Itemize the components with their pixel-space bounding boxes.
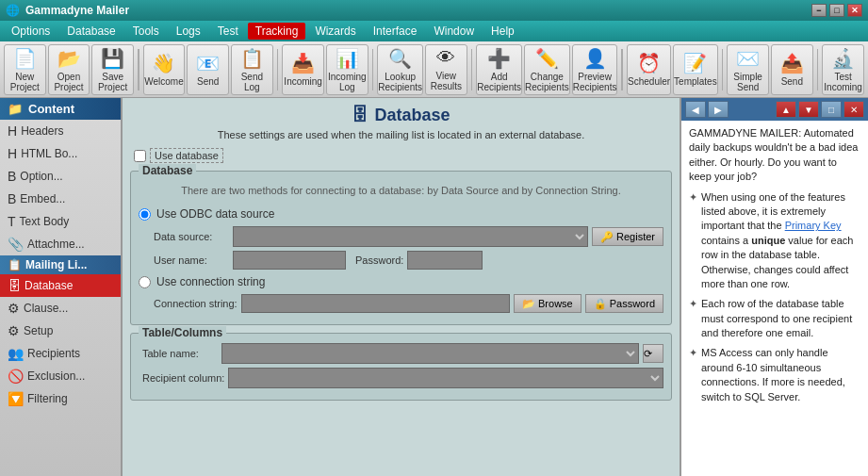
menu-logs[interactable]: Logs [169, 23, 208, 40]
nav-close-button[interactable]: ✕ [843, 101, 864, 118]
register-button[interactable]: 🔑 Register [592, 227, 663, 246]
table-name-label: Table name: [142, 348, 218, 359]
sidebar-content-header: 📁 Content [0, 98, 121, 120]
text-body-icon: T [8, 214, 16, 229]
incoming-icon: 📥 [291, 52, 315, 74]
password-label: Password: [355, 254, 403, 266]
toolbar-separator-4 [471, 49, 473, 90]
toolbar-separator-6 [722, 49, 724, 90]
sidebar-item-database[interactable]: 🗄 Database [0, 274, 121, 297]
database-panel: 🗄 Database These settings are used when … [123, 98, 680, 476]
recipient-col-select[interactable] [228, 368, 663, 388]
toolbar-view-results[interactable]: 👁 View Results [425, 44, 467, 95]
menu-interface[interactable]: Interface [366, 23, 425, 40]
embed-icon: B [8, 191, 16, 206]
password-btn[interactable]: 🔒 Password [585, 294, 663, 313]
menu-tools[interactable]: Tools [125, 23, 167, 40]
user-name-label: User name: [154, 254, 229, 266]
toolbar-scheduler-label: Scheduler [628, 76, 670, 87]
toolbar-templates[interactable]: 📝 Templates [673, 44, 718, 95]
toolbar-send2[interactable]: 📤 Send [771, 44, 813, 95]
toolbar-incoming-log[interactable]: 📊 Incoming Log [326, 44, 368, 95]
toolbar-save-project[interactable]: 💾 Save Project [91, 44, 134, 95]
nav-action-btns: ▲ ▼ □ ✕ [776, 101, 864, 118]
minimize-button[interactable]: − [811, 4, 827, 17]
database-title-icon: 🗄 [352, 106, 368, 125]
nav-up-button[interactable]: ▲ [776, 101, 796, 118]
use-database-checkbox[interactable] [134, 150, 146, 162]
menu-help[interactable]: Help [483, 23, 522, 40]
sidebar-item-text-body[interactable]: T Text Body [0, 210, 121, 233]
toolbar-test-incoming[interactable]: 🔬 Test Incoming [822, 44, 864, 95]
menu-tracking[interactable]: Tracking [248, 23, 306, 40]
maximize-button[interactable]: □ [829, 4, 844, 17]
sidebar-item-filtering[interactable]: 🔽 Filtering [0, 387, 121, 410]
toolbar-incoming[interactable]: 📥 Incoming [282, 44, 324, 95]
sidebar-item-html-body[interactable]: H HTML Bo... [0, 142, 121, 165]
toolbar-separator-3 [372, 49, 374, 90]
open-project-icon: 📂 [57, 47, 81, 70]
title-bar-controls: − □ ✕ [811, 4, 862, 17]
data-source-select[interactable] [233, 226, 588, 247]
sidebar-item-options[interactable]: B Option... [0, 165, 121, 188]
content-icon: 📁 [8, 102, 23, 116]
sidebar-item-setup[interactable]: ⚙ Setup [0, 320, 121, 342]
toolbar-scheduler[interactable]: ⏰ Scheduler [627, 44, 671, 95]
bullet-1: ✦ When using one of the features listed … [689, 190, 860, 292]
nav-down-button[interactable]: ▼ [798, 101, 819, 118]
toolbar-open-project-label: Open Project [49, 72, 90, 92]
toolbar-simple-send[interactable]: ✉️ Simple Send [727, 44, 769, 95]
toolbar-new-project[interactable]: 📄 New Project [4, 44, 46, 95]
odbc-radio[interactable] [139, 208, 151, 221]
toolbar-send-log[interactable]: 📋 Send Log [231, 44, 273, 95]
menu-options[interactable]: Options [4, 23, 57, 40]
nav-next-button[interactable]: ▶ [708, 101, 729, 118]
use-database-row: Use database [130, 148, 672, 163]
conn-string-input[interactable] [241, 294, 510, 313]
table-refresh-button[interactable]: ⟳ [643, 344, 663, 363]
database-title: 🗄 Database [130, 106, 672, 125]
menu-test[interactable]: Test [210, 23, 246, 40]
database-icon: 🗄 [8, 278, 21, 293]
menu-database[interactable]: Database [59, 23, 123, 40]
bullet-3: ✦ MS Access can only handle around 6-10 … [689, 346, 860, 404]
bullet-text-1: When using one of the features listed ab… [701, 190, 860, 292]
table-name-row: Table name: ⟳ [139, 343, 663, 364]
toolbar-add-recipients[interactable]: ➕ Add Recipients [476, 44, 522, 95]
browse-button[interactable]: 📂 Browse [514, 294, 581, 313]
user-name-input[interactable] [233, 251, 346, 270]
save-project-icon: 💾 [101, 47, 124, 70]
use-database-label[interactable]: Use database [150, 148, 223, 163]
sidebar-item-embed[interactable]: B Embed... [0, 188, 121, 210]
toolbar-open-project[interactable]: 📂 Open Project [48, 44, 90, 95]
password-input[interactable] [407, 251, 483, 270]
table-name-select[interactable] [221, 343, 639, 364]
sidebar-item-clause[interactable]: ⚙ Clause... [0, 297, 121, 320]
attachments-icon: 📎 [8, 237, 24, 252]
conn-string-radio[interactable] [139, 276, 151, 288]
close-button[interactable]: ✕ [847, 4, 862, 17]
menu-window[interactable]: Window [426, 23, 482, 40]
sidebar-item-recipients[interactable]: 👥 Recipients [0, 342, 121, 365]
test-incoming-icon: 🔬 [831, 47, 855, 70]
toolbar-change-recipients[interactable]: ✏️ Change Recipients [524, 44, 570, 95]
odbc-radio-row: Use ODBC data source [139, 207, 663, 221]
sidebar-item-exclusions[interactable]: 🚫 Exclusion... [0, 365, 121, 387]
recipient-col-row: Recipient column: [139, 368, 663, 388]
sidebar-item-attachments[interactable]: 📎 Attachme... [0, 233, 121, 255]
nav-square-button[interactable]: □ [821, 101, 842, 118]
conn-string-field-label: Connection string: [154, 298, 237, 309]
menu-wizards[interactable]: Wizards [307, 23, 363, 40]
right-intro-text: GAMMADYNE MAILER: Automated daily backup… [689, 126, 860, 185]
toolbar-test-incoming-label: Test Incoming [823, 72, 863, 92]
sidebar-item-headers[interactable]: H Headers [0, 120, 121, 142]
toolbar-lookup[interactable]: 🔍 Lookup Recipients [377, 44, 423, 95]
toolbar-preview-recipients[interactable]: 👤 Preview Recipients [572, 44, 618, 95]
toolbar-send[interactable]: 📧 Send [187, 44, 229, 95]
toolbar-welcome[interactable]: 👋 Welcome [143, 44, 186, 95]
nav-prev-button[interactable]: ◀ [685, 101, 706, 118]
primary-key-link[interactable]: Primary Key [785, 220, 842, 231]
database-subtitle: These settings are used when the mailing… [130, 129, 672, 140]
bullet-2: ✦ Each row of the database table must co… [689, 297, 860, 340]
database-group-label: Database [139, 164, 196, 177]
